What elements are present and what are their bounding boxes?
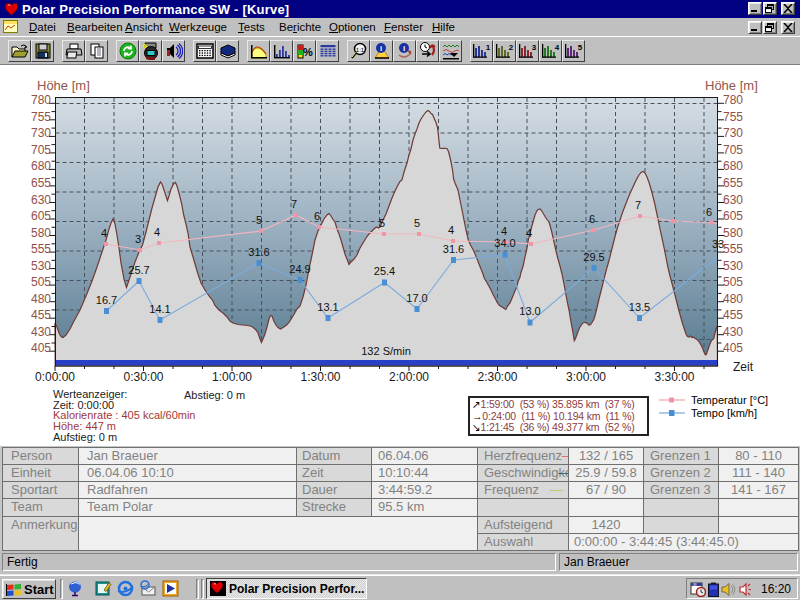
svg-text:5: 5 — [256, 214, 262, 226]
svg-text:6: 6 — [706, 206, 712, 218]
svg-text:730: 730 — [31, 126, 51, 140]
svg-text:655: 655 — [31, 176, 51, 190]
svg-text:630: 630 — [31, 193, 51, 207]
svg-text:505: 505 — [31, 275, 51, 289]
svg-text:680: 680 — [31, 159, 51, 173]
svg-text:755: 755 — [31, 110, 51, 124]
svg-text:132 S/min: 132 S/min — [361, 345, 411, 357]
svg-text:2: 2 — [509, 43, 514, 52]
svg-text:Höhe [m]: Höhe [m] — [37, 78, 90, 93]
svg-text:4: 4 — [101, 227, 107, 239]
svg-text:14.1: 14.1 — [149, 303, 170, 315]
svg-text:405: 405 — [723, 341, 743, 355]
svg-text:0:00:00: 0:00:00 — [35, 370, 75, 384]
svg-text:1: 1 — [486, 43, 491, 52]
svg-text:480: 480 — [723, 292, 743, 306]
svg-text:755: 755 — [723, 110, 743, 124]
svg-text:Tempo [km/h]: Tempo [km/h] — [691, 407, 757, 419]
svg-text:34.0: 34.0 — [494, 237, 515, 249]
svg-text:%: % — [303, 46, 313, 58]
svg-text:Temperatur [°C]: Temperatur [°C] — [691, 394, 768, 406]
svg-text:455: 455 — [31, 308, 51, 322]
svg-text:Zeit: Zeit — [733, 360, 754, 374]
svg-text:730: 730 — [723, 126, 743, 140]
svg-text:16.7: 16.7 — [96, 294, 117, 306]
svg-text:7: 7 — [291, 198, 297, 210]
svg-text:0:30:00: 0:30:00 — [123, 370, 163, 384]
svg-text:13.5: 13.5 — [629, 301, 650, 313]
svg-text:38: 38 — [693, 583, 697, 587]
svg-text:25.4: 25.4 — [374, 265, 395, 277]
svg-text:7: 7 — [635, 199, 641, 211]
svg-text:31.6: 31.6 — [443, 243, 464, 255]
svg-text:25.7: 25.7 — [128, 264, 149, 276]
svg-text:3:00:00: 3:00:00 — [566, 370, 606, 384]
svg-text:680: 680 — [723, 159, 743, 173]
svg-text:i: i — [379, 44, 381, 53]
svg-text:705: 705 — [723, 143, 743, 157]
svg-text:4: 4 — [555, 43, 560, 52]
svg-text:430: 430 — [723, 325, 743, 339]
svg-text:530: 530 — [723, 259, 743, 273]
svg-text:580: 580 — [723, 226, 743, 240]
svg-text:Höhe [m]: Höhe [m] — [705, 78, 758, 93]
svg-text:3: 3 — [532, 43, 537, 52]
svg-text:i: i — [402, 44, 404, 53]
svg-text:530: 530 — [31, 259, 51, 273]
svg-text:5: 5 — [414, 217, 420, 229]
svg-text:29.5: 29.5 — [583, 251, 604, 263]
svg-text:2:00:00: 2:00:00 — [389, 370, 429, 384]
svg-text:1:00:00: 1:00:00 — [212, 370, 252, 384]
svg-text:6: 6 — [314, 210, 320, 222]
svg-text:6: 6 — [589, 213, 595, 225]
svg-text:555: 555 — [723, 242, 743, 256]
svg-text:480: 480 — [31, 292, 51, 306]
svg-text:1:30:00: 1:30:00 — [300, 370, 340, 384]
svg-text:430: 430 — [31, 325, 51, 339]
svg-text:580: 580 — [31, 226, 51, 240]
svg-text:13.0: 13.0 — [519, 305, 540, 317]
svg-text:3:30:00: 3:30:00 — [654, 370, 694, 384]
svg-text:4: 4 — [448, 224, 454, 236]
svg-text:17.0: 17.0 — [406, 292, 427, 304]
svg-text:605: 605 — [723, 209, 743, 223]
svg-text:5: 5 — [379, 217, 385, 229]
svg-text:2:30:00: 2:30:00 — [477, 370, 517, 384]
svg-text:780: 780 — [723, 93, 743, 107]
svg-text:1:1: 1:1 — [355, 47, 364, 53]
svg-text:605: 605 — [31, 209, 51, 223]
svg-text:13.1: 13.1 — [317, 301, 338, 313]
svg-text:780: 780 — [31, 93, 51, 107]
svg-text:31.6: 31.6 — [248, 246, 269, 258]
svg-text:24.9: 24.9 — [289, 263, 310, 275]
svg-text:630: 630 — [723, 193, 743, 207]
svg-text:4: 4 — [154, 226, 160, 238]
svg-text:455: 455 — [723, 308, 743, 322]
svg-text:4: 4 — [501, 225, 507, 237]
svg-text:405: 405 — [31, 341, 51, 355]
svg-text:705: 705 — [31, 143, 51, 157]
svg-text:3: 3 — [135, 233, 141, 245]
svg-text:555: 555 — [31, 242, 51, 256]
svg-text:5: 5 — [578, 43, 583, 52]
svg-text:655: 655 — [723, 176, 743, 190]
svg-text:4: 4 — [526, 227, 532, 239]
svg-text:505: 505 — [723, 275, 743, 289]
